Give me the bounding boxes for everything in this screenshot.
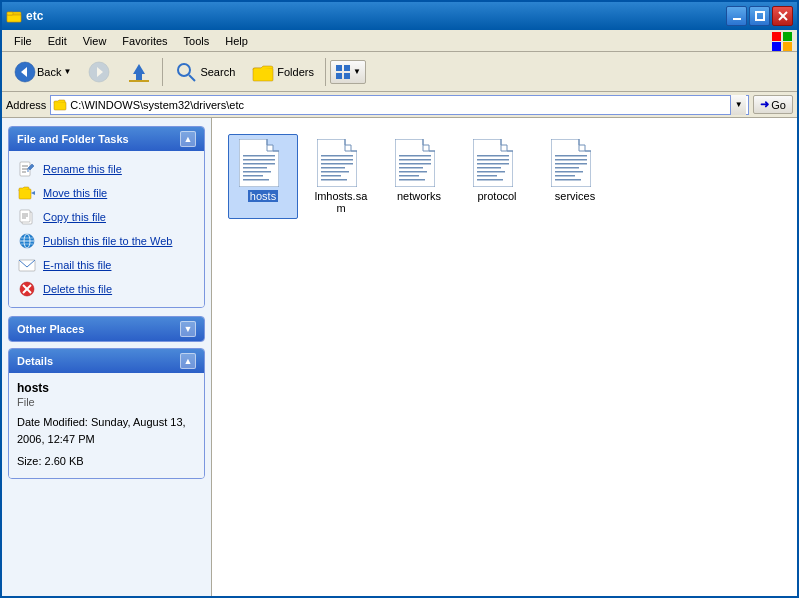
file-item-services[interactable]: services (540, 134, 610, 219)
task-delete[interactable]: Delete this file (13, 277, 200, 301)
svg-rect-84 (555, 167, 579, 169)
details-header-label: Details (17, 355, 53, 367)
svg-rect-21 (253, 68, 273, 81)
svg-rect-82 (555, 159, 587, 161)
svg-rect-69 (399, 171, 427, 173)
svg-rect-71 (399, 179, 425, 181)
content-area: hosts (212, 118, 797, 596)
toolbar-sep-2 (325, 58, 326, 86)
search-button[interactable]: Search (167, 56, 242, 88)
address-dropdown-button[interactable]: ▼ (730, 95, 746, 115)
menu-favorites[interactable]: Favorites (114, 33, 175, 49)
tasks-header[interactable]: File and Folder Tasks ▲ (9, 127, 204, 151)
back-label: Back (37, 66, 61, 78)
details-header[interactable]: Details ▲ (9, 349, 204, 373)
window-controls (726, 6, 793, 26)
svg-rect-86 (555, 175, 575, 177)
toolbar: Back ▼ (2, 52, 797, 92)
other-places-header-label: Other Places (17, 323, 84, 335)
window-title: etc (26, 9, 726, 23)
copy-icon (17, 207, 37, 227)
svg-rect-78 (477, 175, 497, 177)
details-body: hosts File Date Modified: Sunday, August… (9, 373, 204, 478)
publish-icon (17, 231, 37, 251)
file-item-hosts[interactable]: hosts (228, 134, 298, 219)
tasks-collapse-button[interactable]: ▲ (180, 131, 196, 147)
file-icon-hosts (239, 139, 287, 187)
views-button[interactable]: ▼ (330, 60, 366, 84)
svg-rect-22 (336, 65, 342, 71)
tasks-header-label: File and Folder Tasks (17, 133, 129, 145)
svg-point-19 (178, 64, 190, 76)
back-dropdown-icon[interactable]: ▼ (63, 67, 71, 76)
minimize-button[interactable] (726, 6, 747, 26)
file-icon-lmhosts (317, 139, 365, 187)
maximize-button[interactable] (749, 6, 770, 26)
file-label-protocol: protocol (477, 190, 516, 202)
folders-label: Folders (277, 66, 314, 78)
windows-logo (771, 31, 793, 51)
forward-button[interactable] (80, 56, 118, 88)
task-email[interactable]: E-mail this file (13, 253, 200, 277)
svg-rect-81 (555, 155, 587, 157)
file-icon-services (551, 139, 599, 187)
svg-rect-51 (243, 163, 275, 165)
svg-rect-58 (321, 159, 353, 161)
files-grid: hosts (228, 134, 781, 219)
task-move[interactable]: Move this file (13, 181, 200, 205)
file-label-hosts: hosts (248, 190, 278, 202)
views-dropdown-icon: ▼ (353, 67, 361, 76)
task-rename[interactable]: Rename this file (13, 157, 200, 181)
up-button[interactable] (120, 56, 158, 88)
close-button[interactable] (772, 6, 793, 26)
other-places-collapse-button[interactable]: ▼ (180, 321, 196, 337)
file-item-lmhosts[interactable]: lmhosts.sam (306, 134, 376, 219)
task-publish[interactable]: Publish this file to the Web (13, 229, 200, 253)
file-label-services: services (555, 190, 595, 202)
svg-rect-75 (477, 163, 509, 165)
go-button[interactable]: ➜ Go (753, 95, 793, 114)
folders-icon (251, 60, 275, 84)
svg-rect-52 (243, 167, 267, 169)
file-item-networks[interactable]: networks (384, 134, 454, 219)
svg-rect-62 (321, 175, 341, 177)
svg-rect-68 (399, 167, 423, 169)
svg-rect-24 (336, 73, 342, 79)
svg-rect-2 (7, 12, 13, 15)
details-date-modified: Date Modified: Sunday, August 13, 2006, … (17, 414, 196, 447)
menu-help[interactable]: Help (217, 33, 256, 49)
svg-rect-77 (477, 171, 505, 173)
details-section: Details ▲ hosts File Date Modified: Sund… (8, 348, 205, 479)
go-label: Go (771, 99, 786, 111)
svg-rect-63 (321, 179, 347, 181)
svg-rect-4 (756, 12, 764, 20)
svg-rect-10 (783, 42, 792, 51)
menu-view[interactable]: View (75, 33, 115, 49)
menu-bar: File Edit View Favorites Tools Help (2, 30, 797, 52)
address-input-wrapper: ▼ (50, 95, 749, 115)
task-copy-label: Copy this file (43, 211, 106, 223)
file-item-protocol[interactable]: protocol (462, 134, 532, 219)
details-collapse-button[interactable]: ▲ (180, 353, 196, 369)
back-button[interactable]: Back ▼ (6, 56, 78, 88)
svg-rect-67 (399, 163, 431, 165)
task-rename-label: Rename this file (43, 163, 122, 175)
folders-button[interactable]: Folders (244, 56, 321, 88)
menu-file[interactable]: File (6, 33, 40, 49)
address-input[interactable] (70, 99, 727, 111)
menu-tools[interactable]: Tools (176, 33, 218, 49)
toolbar-sep-1 (162, 58, 163, 86)
tasks-section: File and Folder Tasks ▲ (8, 126, 205, 308)
other-places-header[interactable]: Other Places ▼ (9, 317, 204, 341)
menu-edit[interactable]: Edit (40, 33, 75, 49)
task-email-label: E-mail this file (43, 259, 111, 271)
svg-rect-61 (321, 171, 349, 173)
task-copy[interactable]: Copy this file (13, 205, 200, 229)
svg-rect-73 (477, 155, 509, 157)
svg-marker-16 (133, 64, 145, 74)
forward-icon (87, 60, 111, 84)
details-size: Size: 2.60 KB (17, 453, 196, 470)
details-type: File (17, 396, 196, 408)
delete-icon (17, 279, 37, 299)
svg-rect-50 (243, 159, 275, 161)
